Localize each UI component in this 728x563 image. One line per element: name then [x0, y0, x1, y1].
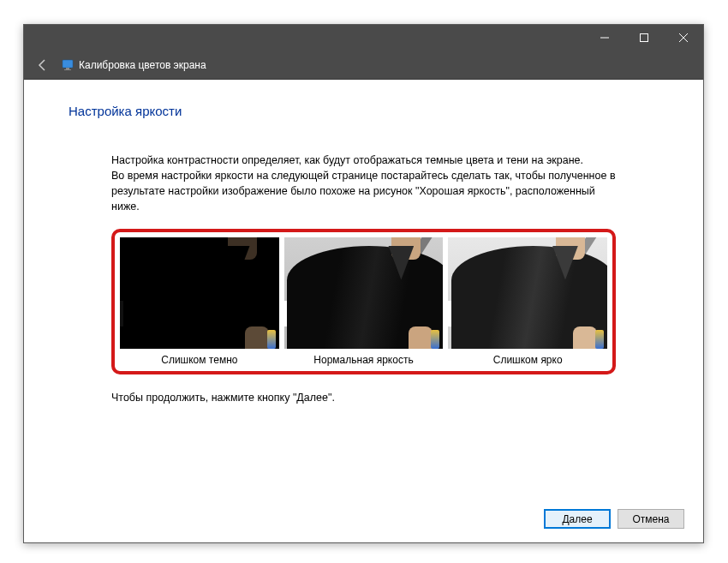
sample-image-dark — [120, 237, 279, 349]
svg-rect-1 — [641, 34, 648, 42]
page-heading: Настройка яркости — [69, 104, 659, 118]
sample-normal: Нормальная яркость — [284, 237, 444, 366]
back-button[interactable] — [36, 58, 50, 72]
nav-title: Калибровка цветов экрана — [62, 59, 206, 71]
body-area: Настройка контрастности определяет, как … — [69, 153, 659, 404]
svg-rect-5 — [66, 68, 69, 69]
next-button[interactable]: Далее — [544, 509, 611, 529]
minimize-button[interactable] — [585, 25, 624, 51]
desc-line2: Во время настройки яркости на следующей … — [111, 170, 616, 213]
continue-hint: Чтобы продолжить, нажмите кнопку "Далее"… — [111, 392, 616, 404]
description: Настройка контрастности определяет, как … — [111, 153, 616, 215]
wizard-window: Калибровка цветов экрана Настройка яркос… — [23, 24, 704, 543]
sample-image-normal — [284, 237, 444, 349]
content-area: Настройка яркости Настройка контрастност… — [24, 80, 703, 542]
titlebar — [24, 25, 703, 51]
navbar: Калибровка цветов экрана — [24, 51, 703, 80]
samples-highlight: Слишком темно — [111, 229, 616, 374]
maximize-button[interactable] — [624, 25, 664, 51]
sample-image-bright — [448, 237, 607, 349]
sample-label-dark: Слишком темно — [161, 354, 237, 366]
sample-too-dark: Слишком темно — [120, 237, 279, 366]
sample-too-bright: Слишком ярко — [448, 237, 607, 366]
close-button[interactable] — [664, 25, 703, 51]
desc-line1: Настройка контрастности определяет, как … — [111, 154, 583, 166]
nav-title-text: Калибровка цветов экрана — [79, 59, 206, 71]
svg-rect-4 — [63, 60, 73, 68]
cancel-button[interactable]: Отмена — [618, 509, 684, 529]
monitor-icon — [62, 59, 74, 71]
svg-rect-6 — [64, 69, 71, 70]
sample-label-bright: Слишком ярко — [493, 354, 563, 366]
button-row: Далее Отмена — [544, 509, 684, 529]
samples-row: Слишком темно — [120, 237, 607, 366]
sample-label-normal: Нормальная яркость — [313, 354, 413, 366]
